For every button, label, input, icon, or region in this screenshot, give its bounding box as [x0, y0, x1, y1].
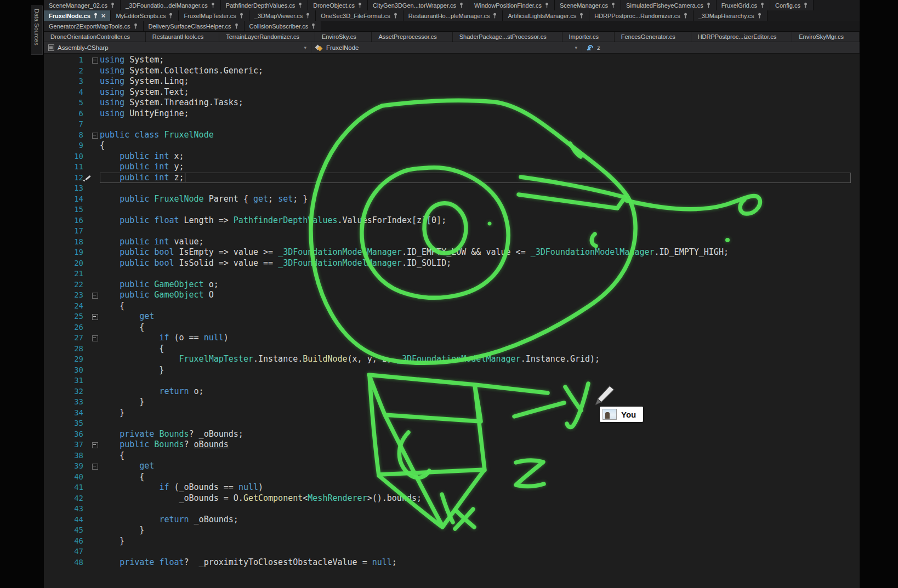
pin-icon[interactable] — [579, 13, 584, 19]
editor-tab[interactable]: ArtificialLightsManager.cs — [503, 10, 589, 21]
pin-icon[interactable] — [760, 2, 765, 8]
fold-margin — [83, 365, 100, 376]
pin-icon[interactable] — [211, 2, 215, 8]
editor-tab[interactable]: RestaurantHook.cs — [146, 32, 219, 42]
fold-collapse-icon[interactable] — [83, 311, 100, 322]
pin-icon[interactable] — [168, 13, 173, 19]
fold-margin — [83, 204, 100, 215]
line-number: 20 — [44, 258, 83, 269]
pin-icon[interactable] — [133, 23, 138, 29]
pin-icon[interactable] — [393, 13, 398, 19]
fold-margin — [83, 87, 100, 98]
code-text: using UnityEngine; — [100, 109, 851, 119]
editor-tab[interactable]: CityGen3DGen...torWrapper.cs — [368, 0, 469, 10]
code-text — [100, 183, 851, 194]
pin-icon[interactable] — [683, 13, 688, 19]
pin-icon[interactable] — [492, 13, 497, 19]
code-line: 2using System.Collections.Generic; — [44, 66, 860, 77]
line-number: 6 — [44, 109, 83, 119]
pin-icon[interactable] — [757, 13, 762, 19]
editor-tab[interactable]: EnviroSkyMgr.cs — [792, 32, 860, 42]
chevron-down-icon: ▾ — [575, 45, 577, 50]
editor-tab[interactable]: Config.cs — [770, 0, 814, 10]
type-dropdown[interactable]: FruxelNode ▾ — [311, 42, 582, 53]
editor-tab[interactable]: FruxelMapTester.cs — [179, 10, 249, 21]
code-line: 27 if (o == null) — [44, 333, 860, 344]
editor-tab[interactable]: PathfinderDepthValues.cs — [221, 0, 308, 10]
code-line: 20 public bool IsSolid => value == _3DFo… — [44, 258, 860, 269]
editor-tab[interactable]: MyEditorScripts.cs — [111, 10, 179, 21]
pin-icon[interactable] — [459, 2, 464, 8]
pin-icon[interactable] — [544, 2, 549, 8]
fold-margin — [83, 76, 100, 87]
line-number: 12 — [44, 173, 83, 184]
tab-label: WindowPositionFinder.cs — [474, 2, 542, 9]
pin-icon[interactable] — [311, 23, 316, 29]
code-line: 39 get — [44, 461, 860, 472]
close-icon[interactable]: × — [101, 12, 106, 19]
editor-tab[interactable]: AssetPreprocessor.cs — [372, 32, 452, 42]
editor-tab[interactable]: _3DFoundatio...delManager.cs — [121, 0, 221, 10]
pin-icon[interactable] — [611, 2, 616, 8]
editor-tab[interactable]: WindowPositionFinder.cs — [469, 0, 555, 10]
code-text: public GameObject o; — [100, 279, 851, 290]
editor-tab[interactable]: DeliverySurfaceClassHelper.cs — [144, 21, 245, 31]
fold-collapse-icon[interactable] — [83, 439, 100, 450]
line-number: 16 — [44, 215, 83, 226]
editor-tab[interactable]: SceneManager.cs — [555, 0, 621, 10]
pin-icon[interactable] — [234, 23, 239, 29]
project-dropdown[interactable]: Assembly-CSharp ▾ — [44, 42, 311, 53]
tab-label: HDRPPostproc...Randomizer.cs — [594, 13, 680, 19]
data-sources-tab[interactable]: Data Sources — [31, 5, 43, 55]
tab-label: CityGen3DGen...torWrapper.cs — [373, 2, 456, 9]
editor-tab[interactable]: FencesGenerator.cs — [615, 32, 691, 42]
tab-label: DeliverySurfaceClassHelper.cs — [149, 23, 231, 30]
code-text: private float? _proximityToClosestObstac… — [100, 557, 851, 568]
fold-collapse-icon[interactable] — [83, 333, 100, 344]
editor-tab[interactable]: _3DMapHierarchy.cs — [694, 10, 768, 21]
fold-collapse-icon[interactable] — [83, 55, 100, 66]
fold-collapse-icon[interactable] — [83, 461, 100, 472]
tab-label: OneSec3D_FileFormat.cs — [321, 13, 390, 19]
editor-tab[interactable]: FruxelGrid.cs — [717, 0, 770, 10]
editor-tab[interactable]: _3DMapViewer.cs — [249, 10, 316, 21]
pin-icon[interactable] — [803, 2, 808, 8]
code-text: { — [100, 140, 851, 151]
main-area: SceneManager_02.cs_3DFoundatio...delMana… — [44, 0, 860, 588]
fold-collapse-icon[interactable] — [83, 130, 100, 141]
editor-tab[interactable]: EnviroSky.cs — [315, 32, 372, 42]
editor-tab[interactable]: CollisionSubscriber.cs — [245, 21, 322, 31]
fold-margin — [83, 557, 100, 568]
line-number: 48 — [44, 557, 83, 568]
editor-tab[interactable]: HDRPPostproc...izerEditor.cs — [691, 32, 793, 42]
editor-tab[interactable]: ShaderPackage...stProcessor.cs — [453, 32, 562, 42]
editor-tab[interactable]: Generator2ExportMapTools.cs — [44, 21, 144, 31]
pin-icon[interactable] — [93, 13, 98, 19]
pin-icon[interactable] — [298, 2, 303, 8]
code-line: 40 { — [44, 472, 860, 483]
editor-tab[interactable]: HDRPPostproc...Randomizer.cs — [589, 10, 694, 21]
pin-icon[interactable] — [706, 2, 711, 8]
tab-label: RestaurantHo...pleManager.cs — [408, 13, 490, 19]
editor-tab[interactable]: Importer.cs — [562, 32, 615, 42]
editor-tab[interactable]: SceneManager_02.cs — [44, 0, 121, 10]
pinned-tab-row-1: SceneManager_02.cs_3DFoundatio...delMana… — [44, 0, 860, 10]
editor-tab[interactable]: OneSec3D_FileFormat.cs — [316, 10, 403, 21]
chevron-down-icon: ▾ — [304, 45, 306, 50]
pin-icon[interactable] — [110, 2, 115, 8]
editor-tab[interactable]: DroneOrientationController.cs — [44, 32, 146, 42]
editor-tab[interactable]: TerrainLayerRandomizer.cs — [219, 32, 315, 42]
pin-icon[interactable] — [357, 2, 362, 8]
fold-collapse-icon[interactable] — [83, 290, 100, 301]
pin-icon[interactable] — [305, 13, 310, 19]
member-dropdown[interactable]: z — [582, 42, 860, 53]
editor-tab[interactable]: FruxelNode.cs× — [44, 10, 111, 21]
line-number: 13 — [44, 183, 83, 194]
editor-tab[interactable]: DroneObject.cs — [308, 0, 368, 10]
editor-tab[interactable]: SimulatedFisheyeCamera.cs — [621, 0, 717, 10]
fold-margin — [83, 525, 100, 536]
code-editor[interactable]: 1using System;2using System.Collections.… — [44, 54, 860, 588]
editor-tab[interactable]: RestaurantHo...pleManager.cs — [403, 10, 503, 21]
fold-margin — [83, 375, 100, 386]
pin-icon[interactable] — [239, 13, 244, 19]
